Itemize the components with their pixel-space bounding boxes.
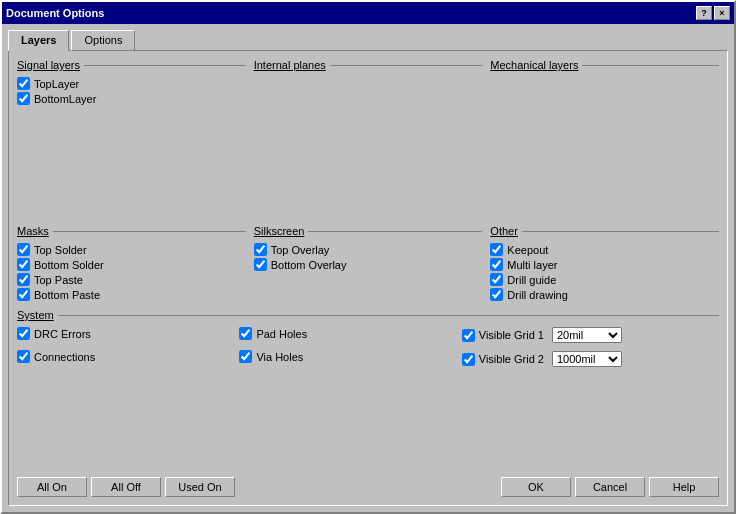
visible-grid-1-checkbox[interactable] (462, 329, 475, 342)
other-section: Other Keepout Multi layer Drill gui (490, 225, 719, 303)
tab-bar: Layers Options (8, 30, 728, 51)
keepout-label: Keepout (507, 244, 548, 256)
connections-checkbox[interactable] (17, 350, 30, 363)
mechanical-layers-title: Mechanical layers (490, 59, 719, 71)
top-solder-label: Top Solder (34, 244, 87, 256)
bottom-overlay-label: Bottom Overlay (271, 259, 347, 271)
silk-top-overlay: Top Overlay (254, 243, 483, 256)
cancel-button[interactable]: Cancel (575, 477, 645, 497)
system-rows: DRC Errors Connections (17, 327, 719, 371)
top-paste-checkbox[interactable] (17, 273, 30, 286)
bottom-buttons: All On All Off Used On OK Cancel Help (17, 469, 719, 497)
internal-planes-title: Internal planes (254, 59, 483, 71)
pad-holes-checkbox[interactable] (239, 327, 252, 340)
sys-pad-holes: Pad Holes (239, 327, 453, 340)
tab-layers[interactable]: Layers (8, 30, 69, 51)
drillguide-label: Drill guide (507, 274, 556, 286)
visible-grid-2-checkbox[interactable] (462, 353, 475, 366)
drc-errors-label: DRC Errors (34, 328, 91, 340)
title-bar-controls: ? × (696, 6, 730, 20)
bottom-paste-label: Bottom Paste (34, 289, 100, 301)
bottomlayer-label: BottomLayer (34, 93, 96, 105)
signal-layer-toplayer: TopLayer (17, 77, 246, 90)
right-button-group: OK Cancel Help (501, 477, 719, 497)
keepout-checkbox[interactable] (490, 243, 503, 256)
mask-bottom-solder: Bottom Solder (17, 258, 246, 271)
all-on-button[interactable]: All On (17, 477, 87, 497)
mechanical-layers-section: Mechanical layers (490, 59, 719, 219)
signal-layers-title: Signal layers (17, 59, 246, 71)
silkscreen-title: Silkscreen (254, 225, 483, 237)
bottom-solder-label: Bottom Solder (34, 259, 104, 271)
system-right: Visible Grid 1 20mil 50mil 100mil (462, 327, 719, 371)
masks-section: Masks Top Solder Bottom Solder Top (17, 225, 246, 303)
silk-bottom-overlay: Bottom Overlay (254, 258, 483, 271)
other-multilayer: Multi layer (490, 258, 719, 271)
top-overlay-label: Top Overlay (271, 244, 330, 256)
visible-grid-1-dropdown[interactable]: 20mil 50mil 100mil (552, 327, 622, 343)
via-holes-checkbox[interactable] (239, 350, 252, 363)
drc-errors-checkbox[interactable] (17, 327, 30, 340)
sys-via-holes: Via Holes (239, 350, 453, 363)
system-section: System DRC Errors (17, 309, 719, 371)
visible-grid-1-label: Visible Grid 1 (479, 329, 544, 341)
top-overlay-checkbox[interactable] (254, 243, 267, 256)
bottomlayer-checkbox[interactable] (17, 92, 30, 105)
sys-connections: Connections (17, 350, 231, 363)
mid-sections: Masks Top Solder Bottom Solder Top (17, 225, 719, 303)
other-drilldrawing: Drill drawing (490, 288, 719, 301)
tab-content: Signal layers TopLayer BottomLayer (8, 50, 728, 506)
used-on-button[interactable]: Used On (165, 477, 235, 497)
multilayer-label: Multi layer (507, 259, 557, 271)
drilldrawing-label: Drill drawing (507, 289, 568, 301)
bottom-overlay-checkbox[interactable] (254, 258, 267, 271)
mask-top-solder: Top Solder (17, 243, 246, 256)
system-title: System (17, 309, 719, 321)
internal-planes-section: Internal planes (254, 59, 483, 219)
sys-drc-errors: DRC Errors (17, 327, 231, 340)
connections-label: Connections (34, 351, 95, 363)
toplayer-checkbox[interactable] (17, 77, 30, 90)
all-off-button[interactable]: All Off (91, 477, 161, 497)
help-dialog-button[interactable]: Help (649, 477, 719, 497)
tab-options[interactable]: Options (71, 30, 135, 51)
via-holes-label: Via Holes (256, 351, 303, 363)
bottom-paste-checkbox[interactable] (17, 288, 30, 301)
system-left: DRC Errors Connections (17, 327, 231, 371)
main-sections: Signal layers TopLayer BottomLayer (17, 59, 719, 469)
drillguide-checkbox[interactable] (490, 273, 503, 286)
left-button-group: All On All Off Used On (17, 477, 501, 497)
visible-grid-2-label: Visible Grid 2 (479, 353, 544, 365)
top-paste-label: Top Paste (34, 274, 83, 286)
signal-layer-bottomlayer: BottomLayer (17, 92, 246, 105)
mask-bottom-paste: Bottom Paste (17, 288, 246, 301)
visible-grid-2-row: Visible Grid 2 1000mil 500mil 100mil (462, 351, 719, 367)
mask-top-paste: Top Paste (17, 273, 246, 286)
top-solder-checkbox[interactable] (17, 243, 30, 256)
silkscreen-section: Silkscreen Top Overlay Bottom Overlay (254, 225, 483, 303)
close-button[interactable]: × (714, 6, 730, 20)
pad-holes-label: Pad Holes (256, 328, 307, 340)
other-title: Other (490, 225, 719, 237)
visible-grid-2-dropdown[interactable]: 1000mil 500mil 100mil (552, 351, 622, 367)
drilldrawing-checkbox[interactable] (490, 288, 503, 301)
window-body: Layers Options Signal layers TopLayer (2, 24, 734, 512)
toplayer-label: TopLayer (34, 78, 79, 90)
bottom-solder-checkbox[interactable] (17, 258, 30, 271)
document-options-window: Document Options ? × Layers Options Sign… (0, 0, 736, 514)
help-button[interactable]: ? (696, 6, 712, 20)
other-drillguide: Drill guide (490, 273, 719, 286)
system-col: System DRC Errors (17, 309, 719, 371)
title-bar: Document Options ? × (2, 2, 734, 24)
ok-button[interactable]: OK (501, 477, 571, 497)
visible-grid-1-row: Visible Grid 1 20mil 50mil 100mil (462, 327, 719, 343)
multilayer-checkbox[interactable] (490, 258, 503, 271)
window-title: Document Options (6, 7, 104, 19)
other-keepout: Keepout (490, 243, 719, 256)
system-mid: Pad Holes Via Holes (239, 327, 453, 371)
signal-layers-section: Signal layers TopLayer BottomLayer (17, 59, 246, 219)
top-sections: Signal layers TopLayer BottomLayer (17, 59, 719, 219)
masks-title: Masks (17, 225, 246, 237)
